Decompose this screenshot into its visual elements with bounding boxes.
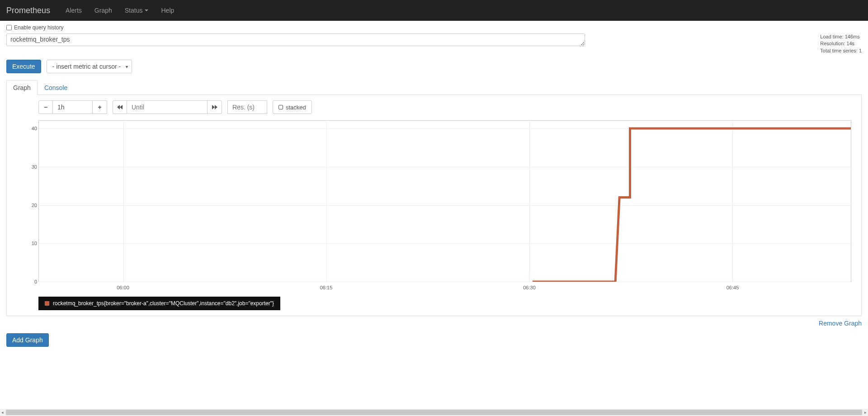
y-tick-label: 20 xyxy=(32,203,37,208)
execute-button[interactable]: Execute xyxy=(6,60,41,73)
gridline-h xyxy=(39,282,851,282)
stacked-box-icon xyxy=(278,105,283,109)
x-tick-label: 06:00 xyxy=(117,285,129,290)
rewind-icon xyxy=(117,105,123,109)
x-tick-label: 06:15 xyxy=(320,285,333,290)
y-tick-label: 40 xyxy=(32,126,37,131)
enable-query-history-checkbox[interactable] xyxy=(6,25,12,30)
time-group xyxy=(113,100,222,114)
until-input[interactable] xyxy=(127,100,208,114)
range-input[interactable] xyxy=(53,100,93,114)
resolution-input[interactable] xyxy=(227,100,267,114)
enable-query-history-label: Enable query history xyxy=(14,24,63,31)
x-tick-label: 06:30 xyxy=(523,285,536,290)
y-axis: 010203040 xyxy=(24,121,37,282)
tab-console[interactable]: Console xyxy=(38,80,74,95)
chart-svg xyxy=(39,121,851,282)
enable-query-history[interactable]: Enable query history xyxy=(6,24,862,31)
nav-graph[interactable]: Graph xyxy=(88,7,118,14)
navbar: Prometheus Alerts Graph Status Help xyxy=(0,0,868,21)
metric-select[interactable]: - insert metric at cursor - xyxy=(47,60,132,73)
legend-swatch xyxy=(45,301,49,306)
range-decrease[interactable]: − xyxy=(38,100,53,114)
nav-alerts[interactable]: Alerts xyxy=(59,7,88,14)
chart[interactable]: 010203040 xyxy=(38,120,851,282)
metric-select-label: - insert metric at cursor - xyxy=(52,63,121,70)
time-back[interactable] xyxy=(113,100,127,114)
legend[interactable]: rocketmq_broker_tps{broker="broker-a",cl… xyxy=(38,297,280,310)
range-increase[interactable]: + xyxy=(93,100,107,114)
expression-input[interactable] xyxy=(6,33,585,46)
tabs: Graph Console xyxy=(6,80,862,95)
x-tick-label: 06:45 xyxy=(726,285,739,290)
query-stats: Load time: 146ms Resolution: 14s Total t… xyxy=(820,33,862,54)
legend-text: rocketmq_broker_tps{broker="broker-a",cl… xyxy=(53,300,274,307)
stat-load-time: Load time: 146ms xyxy=(820,33,862,40)
add-graph-button[interactable]: Add Graph xyxy=(6,333,49,347)
range-group: − + xyxy=(38,100,107,114)
time-forward[interactable] xyxy=(208,100,222,114)
nav-status[interactable]: Status xyxy=(118,7,155,14)
stacked-label: stacked xyxy=(286,104,306,111)
forward-icon xyxy=(212,105,217,109)
y-tick-label: 0 xyxy=(34,279,37,284)
graph-controls: − + stacked xyxy=(12,100,856,114)
y-tick-label: 10 xyxy=(32,241,37,246)
nav-help[interactable]: Help xyxy=(155,7,180,14)
tab-graph[interactable]: Graph xyxy=(6,80,38,95)
graph-panel: − + stacked 010203040 xyxy=(6,95,862,316)
res-group xyxy=(227,100,267,114)
remove-graph-link[interactable]: Remove Graph xyxy=(819,320,862,327)
y-tick-label: 30 xyxy=(32,164,37,170)
series-line xyxy=(533,128,851,282)
x-axis: 06:0006:1506:3006:45 xyxy=(38,285,851,294)
stacked-toggle[interactable]: stacked xyxy=(273,100,312,114)
brand[interactable]: Prometheus xyxy=(6,6,50,15)
stat-total-series: Total time series: 1 xyxy=(820,47,862,54)
stat-resolution: Resolution: 14s xyxy=(820,40,862,47)
